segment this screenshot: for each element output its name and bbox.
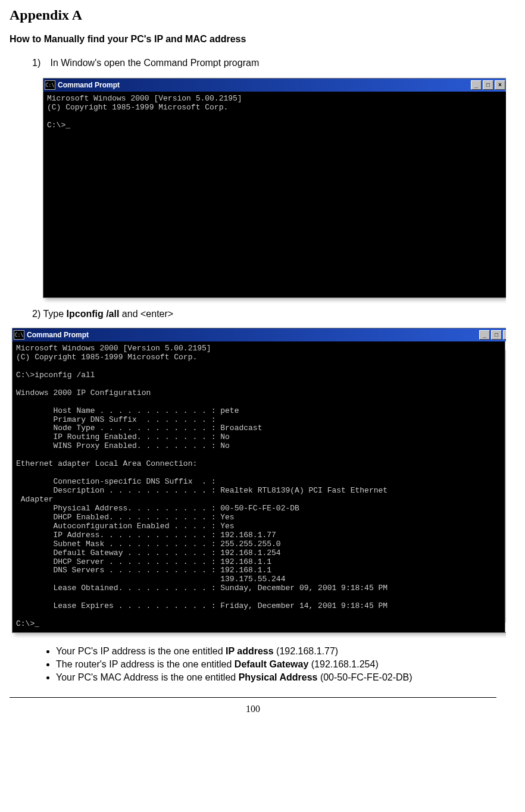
titlebar: C:\ Command Prompt _ □ × [43,79,506,92]
step-2-suffix: and <enter> [119,309,173,319]
command-prompt-icon: C:\ [45,80,55,90]
command-prompt-window-1: C:\ Command Prompt _ □ × Microsoft Windo… [43,78,506,298]
maximize-button[interactable]: □ [491,330,502,340]
scrollbar[interactable]: ▲ ▼ [505,341,506,632]
scroll-down-icon[interactable]: ▼ [505,623,506,632]
bullet-physical-address: Your PC's MAC Address is the one entitle… [56,672,496,683]
close-button[interactable]: × [503,330,506,340]
bullet-ip-address: Your PC's IP address is the one entitled… [56,646,496,657]
step-1-text: In Window's open the Command Prompt prog… [50,58,259,68]
titlebar: C:\ Command Prompt _ □ × [12,328,506,342]
command-prompt-window-2: C:\ Command Prompt _ □ × Microsoft Windo… [12,328,506,633]
maximize-button[interactable]: □ [483,80,493,90]
close-button[interactable]: × [495,80,505,90]
bullet-default-gateway: The router's IP address is the one entit… [56,659,496,670]
step-2-prefix: 2) Type [32,309,67,319]
footer-rule [10,697,496,698]
window-controls: _ □ × [471,80,505,90]
step-2: 2) Type Ipconfig /all and <enter> [32,309,496,319]
window-controls: _ □ × [479,330,506,340]
terminal-output: Microsoft Windows 2000 [Version 5.00.219… [43,92,506,300]
terminal-output: Microsoft Windows 2000 [Version 5.00.219… [12,342,506,632]
step-2-command: Ipconfig /all [67,309,120,319]
minimize-button[interactable]: _ [471,80,482,90]
command-prompt-icon: C:\ [14,330,24,340]
section-heading: How to Manually find your PC's IP and MA… [10,34,496,45]
step-1: 1) In Window's open the Command Prompt p… [32,58,496,68]
step-1-number: 1) [32,58,48,68]
scroll-up-icon[interactable]: ▲ [505,341,506,351]
window-title: Command Prompt [27,331,89,339]
summary-bullets: Your PC's IP address is the one entitled… [35,646,496,683]
page-title: Appendix A [10,7,496,23]
minimize-button[interactable]: _ [479,330,490,340]
window-title: Command Prompt [58,81,120,89]
page-number: 100 [10,704,496,714]
